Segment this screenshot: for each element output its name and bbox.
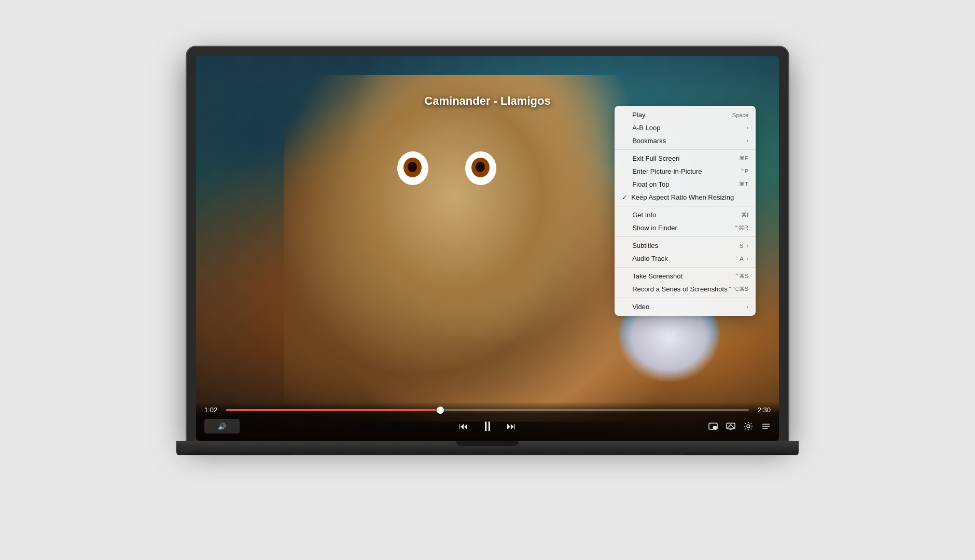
controls-left: 🔊: [204, 419, 240, 433]
menu-item-ab-loop[interactable]: A-B Loop›: [615, 121, 756, 134]
pupil-inner-right: [476, 162, 485, 172]
menu-item-label-subtitles: Subtitles: [622, 242, 658, 249]
progress-thumb: [437, 407, 444, 414]
submenu-arrow-audio-track: ›: [747, 256, 748, 261]
menu-item-text-play: Play: [632, 111, 645, 119]
airplay-icon: [726, 422, 735, 431]
menu-item-shortcut-record-screenshots: ⌃⌥⌘S: [728, 286, 748, 292]
menu-item-label-show-finder: Show in Finder: [622, 224, 677, 232]
menu-item-show-finder[interactable]: Show in Finder⌃⌘R: [615, 221, 756, 234]
playlist-icon: [761, 422, 771, 431]
menu-item-shortcut-float-on-top: ⌘T: [739, 181, 748, 188]
laptop-base: [176, 441, 799, 455]
menu-item-text-show-finder: Show in Finder: [632, 224, 677, 232]
next-button[interactable]: ⏭: [507, 421, 516, 432]
menu-item-audio-track[interactable]: Audio TrackA›: [615, 252, 756, 265]
laptop-foot-right: [685, 453, 788, 455]
menu-item-get-info[interactable]: Get Info⌘I: [615, 208, 756, 221]
laptop-notch: [456, 441, 519, 446]
menu-item-text-ab-loop: A-B Loop: [632, 124, 660, 132]
separator-after-bookmarks: [615, 149, 756, 150]
controls-row: 🔊 ⏮ ⏸ ⏭: [204, 419, 771, 433]
menu-item-take-screenshot[interactable]: Take Screenshot⌃⌘S: [615, 270, 756, 283]
menu-item-enter-pip[interactable]: Enter Picture-in-Picture⌃P: [615, 165, 756, 178]
menu-item-text-bookmarks: Bookmarks: [632, 137, 666, 145]
menu-item-label-audio-track: Audio Track: [622, 255, 668, 262]
menu-item-label-record-screenshots: Record a Series of Screenshots: [622, 285, 728, 293]
menu-item-label-video: Video: [622, 303, 649, 311]
menu-item-video[interactable]: Video›: [615, 300, 756, 313]
menu-item-exit-fullscreen[interactable]: Exit Full Screen⌘F: [615, 152, 756, 165]
time-total: 2:30: [754, 406, 771, 414]
menu-item-text-enter-pip: Enter Picture-in-Picture: [632, 167, 702, 175]
airplay-button[interactable]: [726, 422, 735, 431]
player-controls: 1:02 2:30 🔊: [196, 402, 779, 441]
volume-icon: 🔊: [218, 423, 226, 430]
submenu-arrow-ab-loop: ›: [747, 125, 748, 131]
pip-button[interactable]: [708, 422, 718, 431]
laptop-foot-left: [187, 453, 290, 455]
menu-item-label-exit-fullscreen: Exit Full Screen: [622, 155, 679, 162]
svg-point-4: [747, 425, 750, 428]
separator-after-audio-track: [615, 267, 756, 268]
volume-button[interactable]: 🔊: [204, 419, 240, 433]
menu-item-play[interactable]: PlaySpace: [615, 108, 756, 121]
submenu-arrow-subtitles: ›: [747, 243, 748, 248]
playlist-button[interactable]: [761, 422, 771, 431]
controls-right: [708, 422, 771, 431]
menu-item-keep-aspect[interactable]: ✓Keep Aspect Ratio When Resizing: [615, 191, 756, 204]
pause-button[interactable]: ⏸: [481, 418, 494, 435]
eye-left: [397, 151, 428, 185]
menu-item-label-keep-aspect: ✓Keep Aspect Ratio When Resizing: [622, 193, 734, 201]
menu-item-record-screenshots[interactable]: Record a Series of Screenshots⌃⌥⌘S: [615, 283, 756, 296]
menu-item-text-exit-fullscreen: Exit Full Screen: [632, 155, 679, 162]
controls-center: ⏮ ⏸ ⏭: [459, 418, 516, 435]
separator-after-show-finder: [615, 236, 756, 237]
pupil-left: [403, 158, 422, 177]
menu-item-text-video: Video: [632, 303, 649, 311]
progress-bar-container: 1:02 2:30: [204, 406, 771, 414]
separator-after-keep-aspect: [615, 206, 756, 206]
menu-item-subtitles[interactable]: SubtitlesS›: [615, 239, 756, 252]
menu-item-label-play: Play: [622, 111, 645, 119]
menu-item-text-float-on-top: Float on Top: [632, 180, 669, 188]
menu-item-label-get-info: Get Info: [622, 211, 656, 219]
laptop-screen: Caminander - Llamigos PlaySpaceA-B Loop›…: [196, 56, 779, 441]
svg-marker-3: [729, 429, 732, 430]
submenu-arrow-video: ›: [747, 304, 748, 310]
laptop-outer: Caminander - Llamigos PlaySpaceA-B Loop›…: [161, 47, 814, 513]
submenu-arrow-bookmarks: ›: [747, 138, 748, 144]
laptop-screen-bezel: Caminander - Llamigos PlaySpaceA-B Loop›…: [187, 47, 788, 441]
menu-item-text-get-info: Get Info: [632, 211, 656, 219]
video-title: Caminander - Llamigos: [424, 94, 550, 108]
menu-item-check-keep-aspect: ✓: [622, 194, 627, 201]
menu-item-bookmarks[interactable]: Bookmarks›: [615, 134, 756, 147]
menu-item-shortcut-enter-pip: ⌃P: [740, 168, 748, 175]
menu-item-label-float-on-top: Float on Top: [622, 180, 669, 188]
menu-item-shortcut-play: Space: [732, 112, 748, 118]
separator-after-record-screenshots: [615, 298, 756, 298]
menu-item-shortcut-show-finder: ⌃⌘R: [734, 225, 748, 231]
eye-right: [465, 151, 496, 185]
menu-item-shortcut-get-info: ⌘I: [741, 212, 748, 218]
pause-icon: ⏸: [481, 418, 494, 435]
menu-item-text-record-screenshots: Record a Series of Screenshots: [632, 285, 728, 293]
video-character-llama: [284, 75, 663, 422]
context-menu: PlaySpaceA-B Loop›Bookmarks›Exit Full Sc…: [615, 106, 756, 316]
next-icon: ⏭: [507, 421, 516, 432]
menu-item-text-subtitles: Subtitles: [632, 242, 658, 249]
menu-item-shortcut-audio-track: A: [740, 256, 743, 262]
previous-icon: ⏮: [459, 421, 468, 432]
menu-item-shortcut-subtitles: S: [740, 243, 743, 249]
menu-item-float-on-top[interactable]: Float on Top⌘T: [615, 178, 756, 191]
menu-item-label-enter-pip: Enter Picture-in-Picture: [622, 167, 702, 175]
time-current: 1:02: [204, 406, 221, 414]
progress-track[interactable]: [226, 409, 749, 411]
settings-button[interactable]: [744, 422, 753, 431]
pupil-right: [471, 158, 490, 177]
settings-icon: [744, 422, 753, 431]
previous-button[interactable]: ⏮: [459, 421, 468, 432]
menu-item-label-take-screenshot: Take Screenshot: [622, 272, 682, 280]
pip-icon: [708, 422, 718, 431]
menu-item-label-bookmarks: Bookmarks: [622, 137, 666, 145]
